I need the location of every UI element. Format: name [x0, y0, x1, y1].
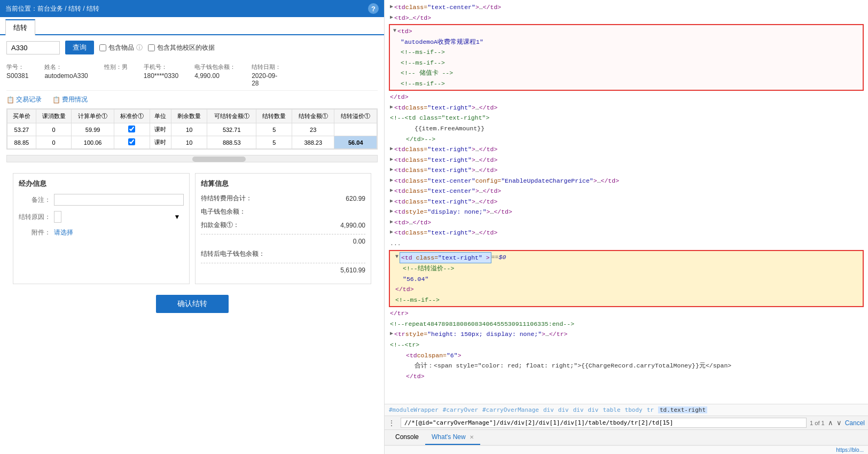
code-line: ▶ <td class="text-right" >… </td> [389, 228, 864, 238]
expand-arrow[interactable]: ▶ [390, 165, 393, 174]
code-line: <!--ms-if--> [392, 47, 861, 58]
expand-arrow[interactable]: ▶ [390, 103, 393, 112]
expand-arrow[interactable]: ▶ [390, 207, 393, 216]
code-line: ▶ <td >… </td> [389, 13, 864, 24]
checkbox-include-items[interactable]: 包含物品 ⓘ [99, 43, 143, 52]
devtools-breadcrumb: #moduleWrapper #carryOver #carryOverMana… [385, 404, 868, 416]
search-prev-button[interactable]: ∧ [828, 419, 833, 427]
reason-select[interactable] [54, 211, 61, 223]
search-input[interactable] [6, 41, 60, 54]
info-date: 结转日期： 2020-09-28 [252, 63, 281, 87]
fee-status-link[interactable]: 📋 费用情况 [52, 95, 88, 104]
bc-tbody[interactable]: tbody [625, 406, 643, 413]
search-button[interactable]: 查询 [65, 41, 94, 54]
expand-arrow[interactable]: ▼ [395, 252, 398, 261]
expand-arrow[interactable]: ▶ [390, 155, 393, 164]
transaction-record-link[interactable]: 📋 交易记录 [6, 95, 42, 104]
breadcrumb: 当前位置：前台业务 / 结转 / 结转 [5, 4, 99, 13]
code-line: ▶ <tr style="height: 150px; display: non… [389, 329, 864, 340]
expand-arrow[interactable]: ▶ [390, 176, 393, 185]
info-icon1: ⓘ [136, 43, 143, 52]
code-line: <!--ms-if--> [392, 58, 861, 68]
remark-input[interactable] [54, 194, 184, 206]
highlighted-box-2: ▼ <td class="text-right" > == $0 <!--结转溢… [389, 250, 864, 308]
expand-arrow[interactable]: ▶ [390, 186, 393, 195]
bc-div3[interactable]: div [573, 406, 584, 413]
devtools-search-input[interactable] [401, 418, 807, 428]
tab-whats-new[interactable]: What's New ✕ [425, 430, 480, 445]
expand-arrow[interactable]: ▶ [390, 144, 393, 153]
code-line: ▶ <td class="text-right" >… </td> [389, 197, 864, 207]
search-next-button[interactable]: ∨ [836, 419, 842, 427]
code-line: ... [389, 238, 864, 249]
info-gender: 性别：男 [104, 63, 128, 87]
code-line: ▶ <td class="text-center" >… </td> [389, 2, 864, 13]
calc-row-total: 待结转费用合计： 620.99 [201, 194, 366, 203]
table-row: 88.85 0 100.06 课时 10 888.53 5 388.23 56.… [7, 136, 377, 149]
tab-bar: 结转 [0, 17, 384, 35]
expand-arrow[interactable]: ▶ [390, 2, 393, 11]
col-transfer-premium: 结转溢价① [334, 109, 377, 123]
search-row: 查询 包含物品 ⓘ 包含其他校区的收据 [6, 41, 378, 54]
code-line: ▶ <td >… </td> [389, 217, 864, 228]
include-other-checkbox[interactable] [148, 44, 155, 51]
bc-table[interactable]: table [603, 406, 620, 413]
calc-row-zero: 0.00 [201, 238, 366, 245]
code-line: ▶ <td class="text-right" >… </td> [389, 144, 864, 155]
col-calc-price: 计算单价① [72, 109, 114, 123]
tab-console[interactable]: Console [389, 430, 425, 445]
code-line: ▼ <td > [392, 26, 861, 37]
col-standard-price: 标准价① [114, 109, 150, 123]
include-other-label: 包含其他校区的收据 [157, 43, 215, 52]
code-line: </td> [389, 92, 864, 103]
expand-arrow[interactable]: ▶ [390, 197, 393, 206]
col-transfer-qty: 结转数量 [256, 109, 292, 123]
code-line: <!--ms-if--> [394, 295, 858, 306]
highlighted-box-1: ▼ <td > "autodemoA收费常规课程1" <!--ms-if--> … [389, 24, 864, 91]
code-line: "56.04" [394, 274, 858, 285]
help-icon[interactable]: ? [368, 3, 379, 14]
bc-td-current[interactable]: td.text-right [658, 406, 707, 413]
code-line: <td colspan="6" > [389, 350, 864, 361]
student-info: 学号： S00381 姓名： autodemoA330 性别：男 手机号： 18… [6, 60, 378, 91]
bc-module[interactable]: #moduleWrapper [389, 406, 439, 413]
include-items-checkbox[interactable] [99, 44, 106, 51]
bc-manage[interactable]: #carryOverManage [482, 406, 539, 413]
devtools-content: ▶ <td class="text-center" >… </td> ▶ <td… [385, 0, 868, 404]
links-row: 📋 交易记录 📋 费用情况 [6, 95, 378, 104]
horizontal-scrollbar[interactable] [6, 155, 378, 162]
checkbox-include-other[interactable]: 包含其他校区的收据 [148, 43, 215, 52]
tab-jiez[interactable]: 结转 [5, 19, 35, 35]
code-line: </tr> [389, 308, 864, 319]
content-area: 查询 包含物品 ⓘ 包含其他校区的收据 学号： S00381 姓名： autod… [0, 35, 384, 454]
bc-div1[interactable]: div [543, 406, 554, 413]
highlighted-cell: 56.04 [334, 136, 377, 149]
expand-arrow[interactable]: ▶ [390, 217, 393, 226]
scroll-thumb[interactable] [192, 156, 246, 162]
code-line: ▶ <td class="text-center" >… </td> [389, 186, 864, 197]
code-line: <!--ms-if--> [392, 79, 861, 89]
expand-arrow[interactable]: ▶ [390, 228, 393, 237]
bc-div4[interactable]: div [588, 406, 599, 413]
code-line: <!--<tr> [389, 340, 864, 350]
tab-close-icon[interactable]: ✕ [470, 434, 474, 440]
code-line: </td> [394, 284, 858, 295]
confirm-button[interactable]: 确认结转 [156, 295, 229, 313]
attachment-button[interactable]: 请选择 [54, 228, 73, 237]
bc-carryover[interactable]: #carryOver [443, 406, 478, 413]
reason-select-wrapper: ▼ [54, 211, 184, 223]
bc-div2[interactable]: div [558, 406, 569, 413]
expand-arrow[interactable]: ▼ [393, 26, 396, 35]
calc-row-after-wallet: 结转后电子钱包余额： [201, 249, 366, 259]
bc-tr[interactable]: tr [647, 406, 654, 413]
expand-arrow[interactable]: ▶ [390, 13, 393, 22]
reason-label: 结转原因： [19, 213, 51, 222]
code-line: ▼ <td class="text-right" > == $0 [394, 252, 858, 264]
code-line: ▶ <td class="text-right" >… </td> [389, 165, 864, 176]
cancel-search-button[interactable]: Cancel [845, 419, 865, 427]
code-line: ▶ <td style="display: none;" >… </td> [389, 207, 864, 217]
attachment-label: 附件： [19, 228, 51, 237]
calc-row-deduct: 扣款金额①： 4,990.00 [201, 221, 366, 230]
form-section: 经办信息 备注： 结转原因： ▼ 附件： 请选择 [13, 173, 190, 284]
expand-arrow[interactable]: ▶ [390, 329, 393, 338]
